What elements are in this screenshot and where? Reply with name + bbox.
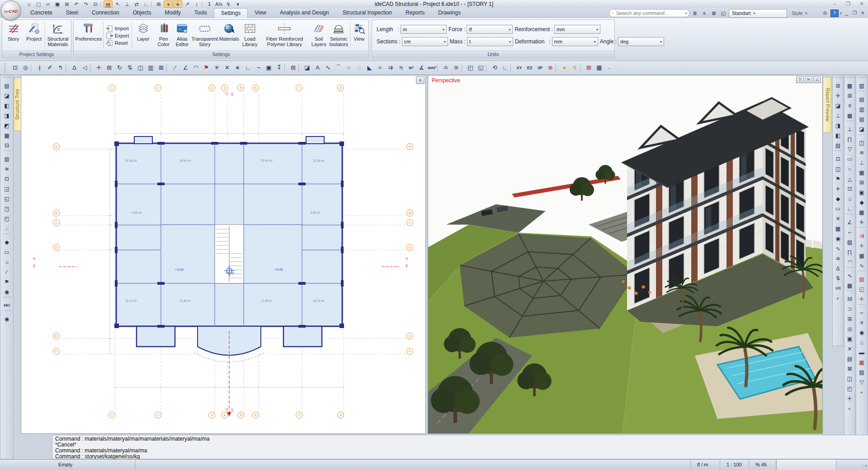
node-r[interactable]: ◆: [857, 197, 867, 207]
grid-snap[interactable]: ⊞: [154, 0, 163, 8]
unit-select[interactable]: tf▾: [467, 25, 513, 34]
strip[interactable]: ▭: [833, 204, 843, 214]
measure[interactable]: ∤: [34, 63, 45, 73]
overflow[interactable]: ⌄: [604, 63, 615, 73]
ribbon-tab[interactable]: Objects: [126, 8, 158, 18]
cross[interactable]: ✛: [833, 184, 843, 194]
column-label[interactable]: ⊥: [833, 111, 843, 121]
sep[interactable]: [202, 1, 204, 7]
light[interactable]: ●: [559, 63, 570, 73]
beam-label[interactable]: ◨: [833, 121, 843, 131]
render-settings-icon[interactable]: ✇: [821, 9, 829, 17]
solid-r[interactable]: ▣: [857, 188, 867, 197]
find[interactable]: ◉: [2, 314, 12, 324]
shelter[interactable]: ⌂: [845, 194, 855, 204]
draw-line[interactable]: ∕: [2, 267, 12, 277]
move-nodes[interactable]: ⊠: [156, 63, 166, 73]
elevation[interactable]: ⊥: [123, 0, 132, 8]
angle-r[interactable]: ⌐: [857, 308, 867, 318]
beam[interactable]: ▭: [845, 154, 855, 164]
texture[interactable]: ▧: [857, 81, 867, 91]
region[interactable]: ◪: [833, 101, 843, 111]
raft[interactable]: ⊡: [845, 184, 855, 194]
deselect[interactable]: ⊟: [2, 141, 12, 150]
sep[interactable]: [846, 291, 854, 294]
standard-combo[interactable]: Standart▾: [729, 9, 787, 18]
unit-select[interactable]: t▾: [467, 37, 513, 46]
grid[interactable]: ⊞: [845, 91, 855, 101]
search-dropdown-icon[interactable]: ▾: [685, 11, 687, 15]
mdi-close-button[interactable]: ✕: [859, 10, 866, 16]
compass[interactable]: ∆: [69, 63, 80, 73]
area-query[interactable]: m²: [406, 63, 416, 73]
status-unit[interactable]: tf / m: [691, 460, 720, 470]
layer-stack-icon[interactable]: ≡: [700, 9, 708, 17]
sep[interactable]: [858, 227, 866, 231]
help-dropdown-icon[interactable]: ▾: [840, 11, 842, 15]
undo[interactable]: ↶: [72, 0, 81, 8]
sep[interactable]: [3, 310, 11, 314]
ribbon-tab[interactable]: Drawings: [431, 8, 467, 18]
bar-r[interactable]: ▬: [857, 348, 867, 357]
funnel[interactable]: ▽: [845, 144, 855, 154]
extend[interactable]: ∠: [180, 63, 191, 73]
ribbon-tab[interactable]: Analysis and Design: [273, 8, 336, 18]
sep[interactable]: [437, 64, 441, 72]
filter-view[interactable]: ▽: [796, 76, 804, 83]
region[interactable]: ▣: [264, 63, 274, 73]
preferences-button[interactable]: Preferences: [75, 20, 103, 51]
column[interactable]: ⊥: [845, 124, 855, 134]
seismic-isolators-button[interactable]: Seismic Isolators: [328, 20, 349, 51]
status-scale[interactable]: 1 : 100: [720, 460, 749, 470]
panel[interactable]: ▤: [833, 141, 843, 150]
sep[interactable]: [3, 297, 11, 301]
hatch-r[interactable]: ▩: [857, 207, 867, 217]
building-view[interactable]: ⌂: [2, 257, 12, 267]
save-all[interactable]: ⊞: [62, 0, 71, 8]
trim[interactable]: ∕: [170, 63, 180, 73]
report-2[interactable]: ▥: [857, 104, 867, 114]
structural-materials-button[interactable]: E Structural Materials: [46, 20, 70, 51]
layer-list-icon[interactable]: ≣: [691, 9, 699, 17]
unit-select[interactable]: m▾: [401, 25, 447, 34]
render[interactable]: ↯: [570, 63, 580, 73]
list[interactable]: ▤: [845, 354, 855, 364]
grid[interactable]: ⊞: [288, 63, 298, 73]
frame[interactable]: ∩: [845, 164, 855, 174]
sep[interactable]: [846, 267, 854, 271]
load-library-button[interactable]: Load Library: [240, 20, 259, 51]
circle[interactable]: ○: [344, 63, 354, 73]
story-list[interactable]: ▤: [104, 0, 113, 8]
erase[interactable]: ◆: [2, 237, 12, 247]
sep[interactable]: [31, 64, 34, 72]
snap[interactable]: ∗: [232, 63, 243, 73]
bracket[interactable]: ⌐: [845, 227, 855, 237]
move-grid[interactable]: ⊞: [104, 63, 114, 73]
unit-select[interactable]: cm▾: [402, 37, 448, 46]
sep[interactable]: [846, 214, 854, 217]
sep[interactable]: [298, 64, 302, 72]
polyline[interactable]: ∿: [323, 63, 333, 73]
block[interactable]: ▦: [845, 111, 855, 121]
sep[interactable]: [166, 64, 170, 72]
units-query[interactable]: mm²: [427, 63, 437, 73]
tile-windows[interactable]: ◱: [476, 63, 486, 73]
delete[interactable]: ✕: [833, 214, 843, 224]
sep[interactable]: [846, 121, 854, 124]
spectrum[interactable]: ≋: [857, 148, 867, 158]
spray[interactable]: ⁑: [274, 63, 284, 73]
topography[interactable]: ≅: [451, 63, 462, 73]
select-arrow[interactable]: ↖: [113, 0, 122, 8]
sep[interactable]: [3, 234, 11, 237]
stretch[interactable]: ▥: [146, 63, 156, 73]
house-r[interactable]: ⌂: [857, 338, 867, 348]
report-4[interactable]: ◪: [857, 124, 867, 134]
window-close-button[interactable]: ✕: [858, 1, 865, 7]
checker[interactable]: ▩: [845, 281, 855, 291]
sep[interactable]: [90, 64, 94, 72]
unit-select[interactable]: deg▾: [618, 37, 664, 46]
mark[interactable]: ⚑: [2, 277, 12, 287]
shade-r[interactable]: ▨: [857, 367, 867, 377]
library[interactable]: ◉: [2, 287, 12, 297]
animation[interactable]: ▭: [2, 247, 12, 257]
